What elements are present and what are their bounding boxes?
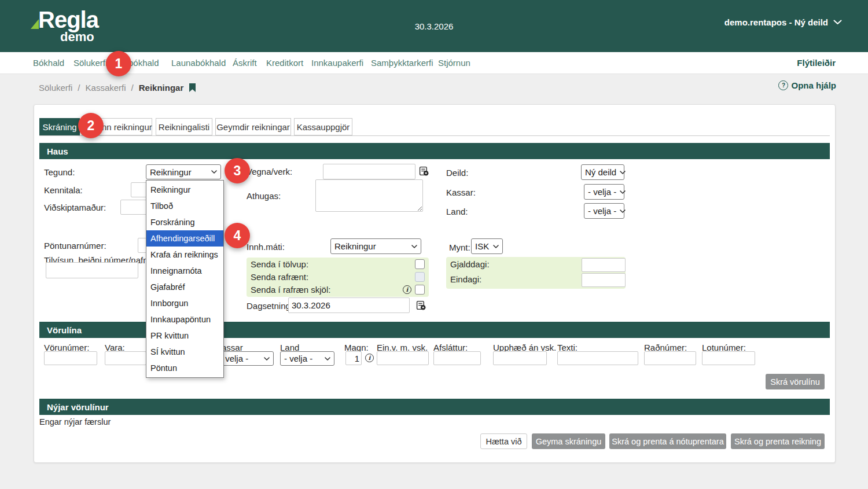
save-registration-button[interactable]: Geyma skráningu	[532, 433, 605, 449]
nav-item-launabokhald[interactable]: Launabókhald	[171, 52, 226, 73]
mynt-select[interactable]: ISK	[471, 238, 503, 254]
pontunarnumer-label: Pöntunarnúmer:	[44, 241, 106, 251]
vidskiptamadur-label: Viðskiptamaður:	[44, 203, 106, 212]
account-label: demo.rentapos - Ný deild	[724, 17, 828, 27]
chevron-down-icon	[411, 245, 417, 248]
annotation-badge-2: 2	[78, 113, 104, 138]
land-value: - velja -	[588, 206, 616, 216]
senda-rafraent-label: Senda rafrænt:	[251, 272, 308, 282]
eindagi-input[interactable]	[582, 273, 626, 287]
empty-lines-text: Engar nýjar færslur	[39, 417, 111, 427]
chevron-down-icon	[620, 209, 626, 213]
breadcrumb-solukerfi[interactable]: Sölukerfi	[39, 83, 72, 93]
bookmark-icon[interactable]	[189, 83, 196, 93]
info-icon[interactable]: i	[365, 354, 374, 362]
dropdown-option-innkaupapontun[interactable]: Innkaupapöntun	[146, 311, 223, 328]
nav-item-innkaupakerfi[interactable]: Innkaupakerfi	[311, 52, 363, 73]
breadcrumb: Sölukerfi / Kassakerfi / Reikningar	[39, 83, 196, 93]
tilvisun-input[interactable]	[46, 262, 138, 278]
athugas-textarea[interactable]	[315, 179, 423, 212]
breadcrumb-kassakerfi[interactable]: Kassakerfi	[86, 83, 126, 93]
dropdown-option-reikningur[interactable]: Reikningur	[146, 182, 223, 198]
texti-input[interactable]	[557, 351, 638, 365]
nav-item-samthykktarkerfi[interactable]: Samþykktarkerfi	[371, 52, 433, 73]
chevron-down-icon	[325, 357, 330, 361]
print-receipt-printer-button[interactable]: Skrá og prenta á nótuprentara	[609, 433, 726, 449]
print-invoice-button[interactable]: Skrá og prenta reikning	[731, 433, 825, 449]
section-header-nyjar-vorulinur: Nýjar vörulínur	[39, 399, 830, 415]
kassar-label: Kassar:	[446, 187, 476, 197]
skra-vorulinu-button[interactable]: Skrá vörulínu	[766, 374, 825, 389]
dagsetning-input[interactable]	[288, 297, 410, 313]
tab-kassauppgjor[interactable]: Kassauppgjör	[294, 118, 352, 135]
tab-reikningalisti[interactable]: Reikningalisti	[156, 118, 212, 135]
dropdown-option-forskraning[interactable]: Forskráning	[146, 214, 223, 230]
nav-item-solukerfi[interactable]: Sölukerfi	[73, 52, 107, 73]
cancel-button[interactable]: Hætta við	[480, 433, 527, 449]
nav-item-bokhald[interactable]: Bókhald	[33, 52, 64, 73]
nav-item-kreditkort[interactable]: Kreditkort	[266, 52, 303, 73]
chevron-down-icon	[833, 20, 842, 25]
date-picker-icon[interactable]	[416, 300, 426, 310]
line-kassar-select[interactable]: - velja -	[216, 351, 274, 366]
dropdown-option-tilbod[interactable]: Tilboð	[146, 198, 223, 214]
nav-item-bokhald-2[interactable]: bókhald	[128, 52, 159, 73]
dropdown-option-si-kvittun[interactable]: SÍ kvittun	[146, 344, 223, 360]
innh-mati-select[interactable]: Reikningur	[330, 238, 421, 254]
open-help-link[interactable]: ? Opna hjálp	[778, 80, 836, 90]
deild-label: Deild:	[446, 168, 468, 178]
nav-item-askrift[interactable]: Áskrift	[233, 52, 257, 73]
kassar-value: - velja -	[588, 187, 616, 197]
tegund-select[interactable]: Reikningur	[146, 164, 221, 179]
main-panel: Skráning nn reikningur Reikningalisti Ge…	[34, 104, 836, 463]
dropdown-option-krafa-an-reiknings[interactable]: Krafa án reiknings	[146, 247, 223, 263]
breadcrumb-separator: /	[131, 83, 134, 93]
info-icon[interactable]: i	[403, 285, 411, 294]
senda-rafraen-skjol-checkbox[interactable]	[415, 285, 425, 295]
annotation-badge-4: 4	[225, 223, 250, 248]
tab-skraning[interactable]: Skráning	[39, 118, 80, 135]
senda-rafraent-checkbox[interactable]	[415, 272, 425, 282]
afslattur-input[interactable]	[433, 351, 481, 365]
einv-m-vsk-input[interactable]	[377, 351, 429, 365]
land-select[interactable]: - velja -	[584, 203, 624, 219]
nav-item-stjornun[interactable]: Stjórnun	[438, 52, 470, 73]
brand-sub: demo	[60, 30, 98, 45]
senda-rafraen-skjol-label: Senda í rafræn skjöl:	[251, 285, 330, 295]
senda-tolvup-checkbox[interactable]	[415, 259, 425, 269]
dropdown-option-pontun[interactable]: Pöntun	[146, 360, 223, 376]
nav-shortcuts-link[interactable]: Flýtileiðir	[797, 52, 836, 73]
tegund-label: Tegund:	[44, 167, 75, 177]
vara-input[interactable]	[105, 351, 146, 365]
dropdown-option-afhendingarsedill[interactable]: Afhendingarseðill	[146, 230, 223, 247]
lookup-list-icon[interactable]	[419, 166, 429, 176]
lotunumer-input[interactable]	[702, 351, 755, 365]
account-menu[interactable]: demo.rentapos - Ný deild	[724, 17, 842, 27]
kennitala-label: Kennitala:	[44, 185, 83, 195]
vorunumer-input[interactable]	[44, 351, 97, 365]
vegna-verk-label: Vegna/verk:	[247, 167, 292, 177]
dropdown-option-pr-kvittun[interactable]: PR kvittun	[146, 328, 223, 344]
line-land-select[interactable]: - velja -	[280, 351, 334, 366]
chevron-down-icon	[620, 171, 626, 174]
kassar-select[interactable]: - velja -	[584, 184, 624, 200]
eindagi-label: Eindagi:	[450, 274, 481, 284]
open-help-label: Opna hjálp	[791, 80, 836, 90]
senda-tolvup-label: Senda í tölvup:	[251, 259, 308, 269]
dropdown-option-gjafabref[interactable]: Gjafabréf	[146, 279, 223, 295]
vegna-verk-input[interactable]	[323, 164, 415, 179]
innh-mati-label: Innh.máti:	[247, 242, 285, 252]
chevron-down-icon	[211, 170, 217, 174]
gjalddagi-input[interactable]	[582, 258, 626, 272]
tab-geymdir-reikningar[interactable]: Geymdir reikningar	[215, 118, 291, 135]
help-icon: ?	[778, 80, 788, 90]
page: Regla demo 30.3.2026 demo.rentapos - Ný …	[0, 0, 868, 489]
dropdown-option-inneignarnota[interactable]: Inneignarnóta	[146, 263, 223, 279]
radnumer-input[interactable]	[644, 351, 696, 365]
breadcrumb-separator: /	[78, 83, 80, 93]
upphaed-an-vsk-input[interactable]	[493, 351, 547, 365]
dropdown-option-innborgun[interactable]: Innborgun	[146, 295, 223, 311]
magn-input[interactable]	[345, 351, 362, 365]
deild-select[interactable]: Ný deild	[581, 164, 624, 180]
annotation-badge-3: 3	[225, 158, 250, 183]
